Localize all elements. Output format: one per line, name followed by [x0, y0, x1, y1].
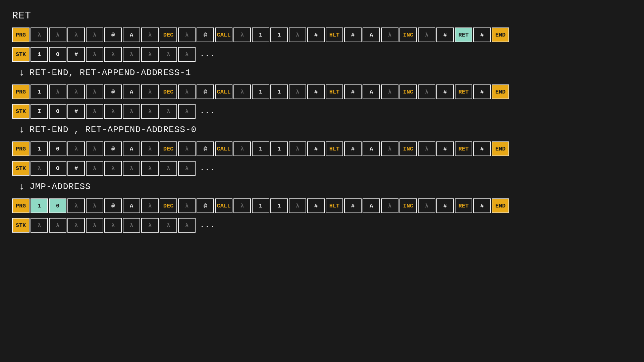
prg-cell: λ [67, 198, 85, 213]
stk-cell: # [67, 161, 85, 176]
prg-cell: # [344, 27, 362, 42]
prg-cell: A [123, 27, 140, 42]
prg-cell: λ [381, 141, 398, 156]
prg-cell: END [492, 198, 509, 213]
stk-cell: λ [86, 47, 103, 62]
prg-cell: END [492, 84, 509, 99]
prg-cell: HLT [326, 198, 343, 213]
diagram-content: PRGλλλλ@AλDECλ@CALLλ11λ#HLT#AλINCλ#RET#E… [12, 27, 632, 233]
prg-cell: 1 [31, 84, 48, 99]
prg-cell: λ [289, 198, 306, 213]
stk-cell: λ [123, 161, 140, 176]
stk-label: STK [12, 47, 30, 62]
prg-cell: @ [197, 198, 214, 213]
stk-cell: 0 [49, 104, 66, 119]
page-title: RET [12, 10, 632, 21]
down-arrow-icon: ↓ [19, 182, 25, 192]
prg-cell: λ [178, 198, 196, 213]
stk-cell: λ [104, 218, 122, 233]
prg-cell: HLT [326, 27, 343, 42]
prg-cell: λ [381, 27, 398, 42]
down-arrow-icon: ↓ [19, 68, 25, 78]
prg-cell: 1 [31, 198, 48, 213]
stk-label: STK [12, 161, 30, 176]
prg-cell: λ [141, 141, 159, 156]
prg-cell: CALL [215, 27, 232, 42]
prg-cell: λ [31, 27, 48, 42]
prg-cell: @ [104, 198, 122, 213]
prg-cell: 1 [270, 27, 288, 42]
prg-cell: 0 [49, 141, 66, 156]
stk-cell: I [31, 104, 48, 119]
prg-cell: # [344, 198, 362, 213]
prg-cell: λ [178, 141, 196, 156]
state-block: PRGλλλλ@AλDECλ@CALLλ11λ#HLT#AλINCλ#RET#E… [12, 27, 632, 62]
prg-cell: λ [418, 198, 435, 213]
prg-cell: @ [197, 141, 214, 156]
prg-cell: END [492, 141, 509, 156]
prg-cell: DEC [160, 198, 177, 213]
prg-cell: CALL [215, 84, 232, 99]
prg-cell: @ [197, 84, 214, 99]
prg-cell: A [123, 84, 140, 99]
transition: ↓JMP-ADDRESS [19, 182, 632, 192]
prg-cell: # [344, 84, 362, 99]
prg-cell: A [123, 198, 140, 213]
stk-cell: λ [141, 104, 159, 119]
prg-cell: λ [141, 198, 159, 213]
stk-cell: λ [86, 161, 103, 176]
transition-label: RET-END , RET-APPEND-ADDRESS-0 [30, 125, 197, 135]
prg-row: PRG10λλ@AλDECλ@CALLλ11λ#HLT#AλINCλ#RET#E… [12, 141, 632, 156]
prg-cell: 1 [252, 27, 269, 42]
prg-cell: λ [86, 84, 103, 99]
prg-cell: A [123, 141, 140, 156]
prg-cell: # [436, 27, 454, 42]
transition-label: JMP-ADDRESS [30, 182, 91, 192]
state-block: PRG10λλ@AλDECλ@CALLλ11λ#HLT#AλINCλ#RET#E… [12, 198, 632, 233]
prg-cell: λ [49, 27, 66, 42]
prg-cell: A [363, 84, 380, 99]
prg-cell: # [473, 198, 491, 213]
prg-row: PRGλλλλ@AλDECλ@CALLλ11λ#HLT#AλINCλ#RET#E… [12, 27, 632, 42]
prg-cell: λ [418, 84, 435, 99]
stk-row: STKλλλλλλλλλ... [12, 218, 632, 233]
prg-cell: λ [233, 27, 251, 42]
stk-cell: λ [160, 161, 177, 176]
prg-cell: λ [86, 141, 103, 156]
prg-cell: λ [418, 141, 435, 156]
stk-cell: λ [104, 47, 122, 62]
prg-cell: λ [418, 27, 435, 42]
stk-cell: λ [31, 161, 48, 176]
prg-cell: 1 [270, 84, 288, 99]
prg-label: PRG [12, 84, 30, 99]
prg-cell: DEC [160, 141, 177, 156]
prg-cell: RET [455, 141, 472, 156]
state-block: PRG10λλ@AλDECλ@CALLλ11λ#HLT#AλINCλ#RET#E… [12, 141, 632, 176]
prg-cell: CALL [215, 198, 232, 213]
stk-cell: λ [86, 104, 103, 119]
stk-row: STK10#λλλλλλ... [12, 47, 632, 62]
stk-cell: λ [160, 47, 177, 62]
prg-cell: # [307, 198, 325, 213]
prg-cell: @ [197, 27, 214, 42]
prg-cell: 1 [270, 198, 288, 213]
prg-row: PRG1λλλ@AλDECλ@CALLλ11λ#HLT#AλINCλ#RET#E… [12, 84, 632, 99]
prg-cell: 1 [31, 141, 48, 156]
stk-cell: λ [31, 218, 48, 233]
prg-cell: λ [233, 141, 251, 156]
prg-cell: INC [399, 198, 417, 213]
stk-cell: λ [123, 47, 140, 62]
stk-cell: # [67, 47, 85, 62]
prg-cell: DEC [160, 84, 177, 99]
stk-cell: λ [178, 218, 196, 233]
stk-cell: λ [123, 218, 140, 233]
prg-cell: λ [49, 84, 66, 99]
prg-cell: INC [399, 84, 417, 99]
prg-label: PRG [12, 27, 30, 42]
prg-cell: # [436, 141, 454, 156]
ellipsis: ... [200, 221, 215, 230]
prg-cell: # [307, 84, 325, 99]
prg-cell: # [473, 84, 491, 99]
prg-cell: λ [289, 27, 306, 42]
stk-cell: λ [178, 161, 196, 176]
